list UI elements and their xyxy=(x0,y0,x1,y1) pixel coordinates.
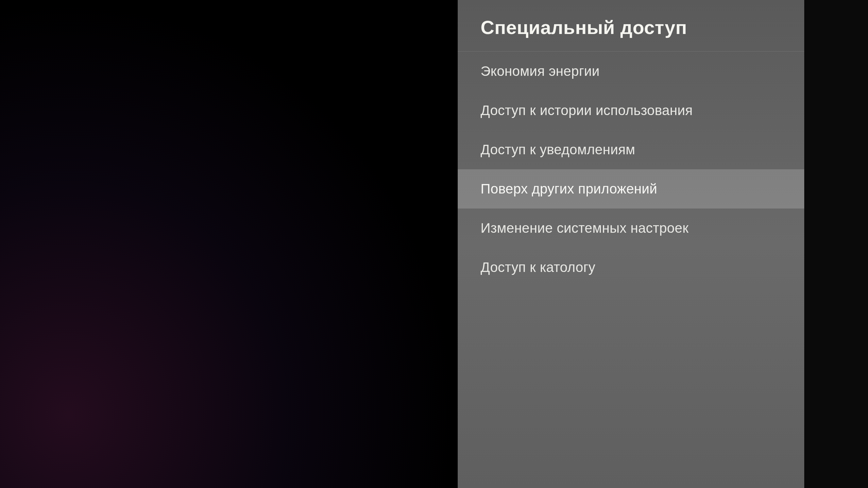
settings-panel: Специальный доступ Экономия энергии Дост… xyxy=(458,0,804,488)
menu-item-label: Поверх других приложений xyxy=(480,181,657,196)
right-edge-area xyxy=(804,0,868,488)
menu-item-directory-access[interactable]: Доступ к катологу xyxy=(458,248,804,287)
menu-item-label: Изменение системных настроек xyxy=(480,220,688,236)
panel-title: Специальный доступ xyxy=(480,17,781,38)
menu-item-usage-history[interactable]: Доступ к истории использования xyxy=(458,91,804,130)
menu-item-label: Экономия энергии xyxy=(480,63,599,79)
menu-item-modify-system-settings[interactable]: Изменение системных настроек xyxy=(458,208,804,248)
menu-item-label: Доступ к катологу xyxy=(480,260,595,275)
menu-item-label: Доступ к уведомлениям xyxy=(480,142,635,157)
menu-list: Экономия энергии Доступ к истории исполь… xyxy=(458,52,804,287)
menu-item-energy-saving[interactable]: Экономия энергии xyxy=(458,52,804,91)
menu-item-display-over-apps[interactable]: Поверх других приложений xyxy=(458,169,804,208)
panel-header: Специальный доступ xyxy=(458,0,804,52)
screen-container: Специальный доступ Экономия энергии Дост… xyxy=(0,0,868,488)
left-background-area xyxy=(0,0,458,488)
menu-item-label: Доступ к истории использования xyxy=(480,103,693,118)
menu-item-notification-access[interactable]: Доступ к уведомлениям xyxy=(458,130,804,169)
